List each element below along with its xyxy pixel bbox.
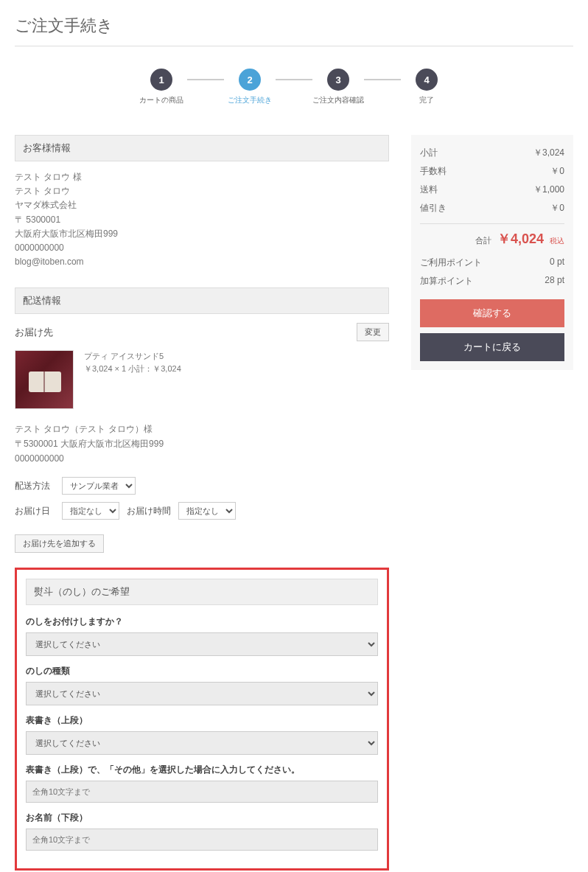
add-address-button[interactable]: お届け先を追加する: [15, 534, 104, 553]
shipping-value: ￥1,000: [533, 184, 564, 196]
recipient-phone: 0000000000: [15, 452, 389, 465]
delivery-date-select[interactable]: 指定なし: [62, 502, 119, 520]
add-points-value: 28 pt: [545, 275, 564, 287]
shipping-label: 送料: [420, 184, 438, 196]
customer-phone: 0000000000: [15, 241, 389, 255]
step-circle: 3: [327, 69, 349, 91]
recipient-name: テスト タロウ（テスト タロウ）様: [15, 422, 389, 436]
noshi-section: 熨斗（のし）のご希望 のしをお付けしますか？ 選択してください のしの種類 選択…: [15, 568, 389, 871]
step-3: 3 ご注文内容確認: [312, 69, 364, 105]
change-address-button[interactable]: 変更: [357, 323, 389, 341]
recipient-address: 〒5300001 大阪府大阪市北区梅田999: [15, 437, 389, 450]
noshi-attach-select[interactable]: 選択してください: [26, 632, 378, 656]
step-connector: [187, 79, 224, 80]
step-circle: 4: [416, 69, 438, 91]
step-circle: 2: [239, 69, 261, 91]
delivery-date-label: お届け日: [15, 505, 55, 517]
customer-name: テスト タロウ 様: [15, 170, 389, 184]
product-thumbnail: [15, 350, 74, 409]
step-label: カートの商品: [136, 95, 187, 105]
customer-address: 大阪府大阪市北区梅田999: [15, 227, 389, 241]
use-points-label: ご利用ポイント: [420, 257, 482, 269]
tax-label: 税込: [550, 236, 564, 246]
step-connector: [276, 79, 312, 80]
page-title: ご注文手続き: [15, 15, 573, 46]
customer-kana: テスト タロウ: [15, 184, 389, 198]
customer-info-block: テスト タロウ 様 テスト タロウ ヤマダ株式会社 〒 5300001 大阪府大…: [15, 170, 389, 269]
step-label: 完了: [401, 95, 452, 105]
confirm-button[interactable]: 確認する: [420, 299, 564, 327]
product-row: プティ アイスサンド5 ￥3,024 × 1 小計：￥3,024: [15, 350, 389, 409]
order-summary: 小計￥3,024 手数料￥0 送料￥1,000 値引き￥0 合計 ￥4,024 …: [411, 135, 573, 370]
shipping-method-label: 配送方法: [15, 480, 55, 492]
product-price-line: ￥3,024 × 1 小計：￥3,024: [84, 363, 181, 375]
step-2: 2 ご注文手続き: [224, 69, 276, 105]
subtotal-value: ￥3,024: [533, 147, 564, 159]
noshi-type-select[interactable]: 選択してください: [26, 682, 378, 705]
delivery-time-select[interactable]: 指定なし: [178, 502, 236, 520]
delivery-section-header: 配送情報: [15, 287, 389, 314]
noshi-name-input[interactable]: [26, 829, 378, 851]
total-label: 合計: [475, 235, 491, 246]
customer-section-header: お客様情報: [15, 135, 389, 161]
noshi-name-label: お名前（下段）: [26, 812, 378, 824]
step-label: ご注文内容確認: [312, 95, 364, 105]
subtotal-label: 小計: [420, 147, 438, 159]
noshi-other-input[interactable]: [26, 781, 378, 803]
delivery-to-label: お届け先: [15, 326, 53, 339]
use-points-value: 0 pt: [550, 257, 564, 269]
noshi-type-label: のしの種類: [26, 665, 378, 677]
customer-postal: 〒 5300001: [15, 213, 389, 227]
step-1: 1 カートの商品: [136, 69, 187, 105]
noshi-top-label: 表書き（上段）: [26, 714, 378, 727]
progress-steps: 1 カートの商品 2 ご注文手続き 3 ご注文内容確認 4 完了: [15, 69, 573, 105]
recipient-block: テスト タロウ（テスト タロウ）様 〒5300001 大阪府大阪市北区梅田999…: [15, 422, 389, 465]
product-name: プティ アイスサンド5: [84, 350, 181, 363]
add-points-label: 加算ポイント: [420, 275, 473, 287]
customer-company: ヤマダ株式会社: [15, 198, 389, 212]
discount-value: ￥0: [550, 202, 564, 214]
shipping-method-select[interactable]: サンプル業者: [62, 477, 136, 495]
delivery-time-label: お届け時間: [127, 505, 171, 517]
total-value: ￥4,024: [497, 230, 544, 248]
step-connector: [364, 79, 401, 80]
noshi-header: 熨斗（のし）のご希望: [26, 579, 378, 605]
noshi-top-select[interactable]: 選択してください: [26, 731, 378, 755]
step-circle: 1: [150, 69, 172, 91]
fee-label: 手数料: [420, 165, 447, 178]
customer-email: blog@itoben.com: [15, 255, 389, 269]
discount-label: 値引き: [420, 202, 447, 214]
step-4: 4 完了: [401, 69, 452, 105]
back-to-cart-button[interactable]: カートに戻る: [420, 333, 564, 361]
step-label: ご注文手続き: [224, 95, 276, 105]
noshi-attach-label: のしをお付けしますか？: [26, 615, 378, 628]
fee-value: ￥0: [550, 165, 564, 178]
noshi-other-label: 表書き（上段）で、「その他」を選択した場合に入力してください。: [26, 764, 378, 776]
